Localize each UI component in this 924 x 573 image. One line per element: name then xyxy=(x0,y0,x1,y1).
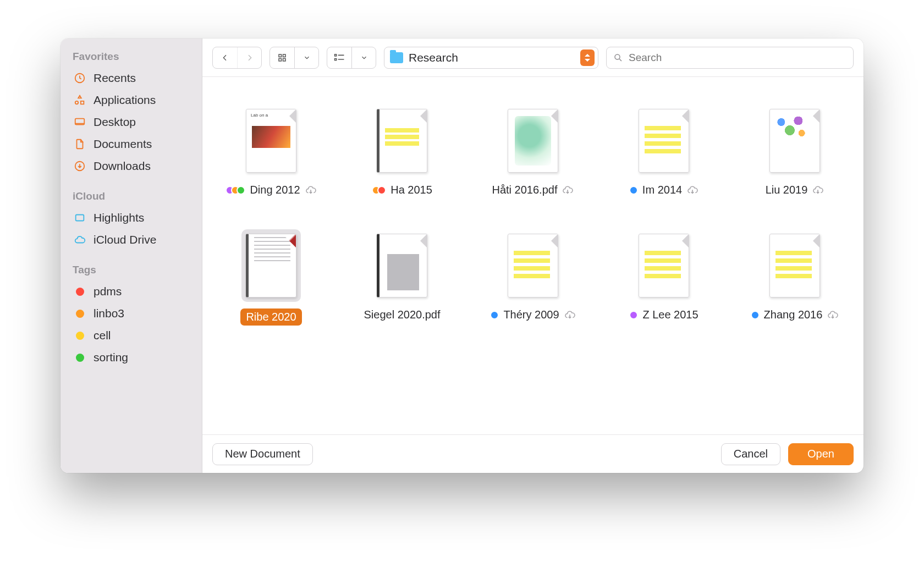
apps-icon xyxy=(73,93,87,107)
svg-rect-9 xyxy=(335,58,337,60)
sidebar-section-label: iCloud xyxy=(61,190,202,207)
sidebar-tag-linbo3[interactable]: linbo3 xyxy=(61,302,202,324)
sidebar-item-label: pdms xyxy=(94,285,122,298)
forward-button[interactable] xyxy=(237,47,261,68)
sidebar-section-icloud: iCloud Highlights iCloud Drive xyxy=(61,190,202,251)
tag-dot-icon xyxy=(73,350,87,365)
sidebar-item-highlights[interactable]: Highlights xyxy=(61,207,202,229)
back-button[interactable] xyxy=(213,47,237,68)
search-field[interactable] xyxy=(606,47,854,69)
file-name: Ding 2012 xyxy=(250,184,300,196)
sidebar-item-downloads[interactable]: Downloads xyxy=(61,155,202,177)
cloud-download-icon xyxy=(562,186,574,195)
file-label-row: Håti 2016.pdf xyxy=(492,184,574,196)
sidebar-item-label: Recents xyxy=(94,71,136,85)
svg-rect-5 xyxy=(283,54,286,57)
file-item[interactable]: Z Lee 2015 xyxy=(612,229,716,326)
file-item[interactable]: Im 2014 xyxy=(612,104,716,196)
svg-rect-8 xyxy=(335,54,337,56)
sidebar-tag-sorting[interactable]: sorting xyxy=(61,346,202,368)
file-thumbnail xyxy=(503,104,563,177)
download-icon xyxy=(73,159,87,173)
file-name: Z Lee 2015 xyxy=(642,308,698,321)
file-label-row: Im 2014 xyxy=(629,184,698,196)
tag-dot-icon xyxy=(73,306,87,321)
svg-rect-4 xyxy=(279,54,282,57)
cancel-button[interactable]: Cancel xyxy=(721,443,780,465)
clock-icon xyxy=(73,71,87,85)
cloud-download-icon xyxy=(812,186,824,195)
file-thumbnail xyxy=(634,104,694,177)
file-label-row: Zhang 2016 xyxy=(751,308,839,321)
file-open-dialog: Favorites Recents Applications Desktop D… xyxy=(61,38,864,473)
file-item[interactable]: Liu 2019 xyxy=(743,104,847,196)
file-label-row: Z Lee 2015 xyxy=(629,308,698,321)
file-item[interactable]: Zhang 2016 xyxy=(743,229,847,326)
cloud-download-icon xyxy=(686,186,698,195)
file-label-row: Ha 2015 xyxy=(372,184,432,196)
file-thumbnail xyxy=(372,229,432,302)
desktop-icon xyxy=(73,115,87,129)
sidebar-section-label: Favorites xyxy=(61,51,202,67)
sidebar-item-label: Desktop xyxy=(94,115,136,129)
file-item[interactable]: Théry 2009 xyxy=(481,229,585,326)
sidebar-item-applications[interactable]: Applications xyxy=(61,89,202,111)
file-name: Zhang 2016 xyxy=(764,308,823,321)
sidebar-item-recents[interactable]: Recents xyxy=(61,67,202,89)
file-name: Liu 2019 xyxy=(766,184,808,196)
file-item[interactable]: Håti 2016.pdf xyxy=(481,104,585,196)
search-input[interactable] xyxy=(629,52,846,64)
file-item[interactable]: Lab on aDing 2012 xyxy=(219,104,323,196)
sidebar-tag-cell[interactable]: cell xyxy=(61,324,202,346)
file-item[interactable]: Ha 2015 xyxy=(350,104,454,196)
cloud-download-icon xyxy=(827,311,839,319)
sidebar-section-label: Tags xyxy=(61,264,202,280)
sidebar-item-desktop[interactable]: Desktop xyxy=(61,111,202,133)
sidebar-item-label: Documents xyxy=(94,137,152,151)
view-grid-icon[interactable] xyxy=(270,47,294,68)
file-item[interactable]: Siegel 2020.pdf xyxy=(350,229,454,326)
sidebar-item-label: Applications xyxy=(94,93,156,107)
sidebar-item-label: iCloud Drive xyxy=(94,233,156,246)
nav-buttons xyxy=(212,47,262,69)
file-tag-dots xyxy=(751,311,760,319)
sidebar-item-label: sorting xyxy=(94,351,128,364)
file-label-row: Ribe 2020 xyxy=(240,308,301,326)
search-icon xyxy=(613,53,623,63)
chevron-down-icon[interactable] xyxy=(351,47,376,68)
tag-dot-icon xyxy=(73,328,87,343)
sidebar-item-label: cell xyxy=(94,329,111,342)
view-mode-picker[interactable] xyxy=(270,47,319,69)
folder-icon xyxy=(390,52,403,63)
file-thumbnail xyxy=(765,229,824,302)
file-thumbnail: Lab on a xyxy=(241,104,301,177)
group-mode-picker[interactable] xyxy=(327,47,376,69)
file-name: Théry 2009 xyxy=(503,308,559,321)
file-thumbnail xyxy=(503,229,563,302)
file-item[interactable]: Ribe 2020 xyxy=(219,229,323,326)
file-tag-dots xyxy=(629,311,638,319)
svg-point-10 xyxy=(615,54,620,59)
sidebar-item-icloud-drive[interactable]: iCloud Drive xyxy=(61,229,202,251)
sidebar-item-label: Downloads xyxy=(94,159,151,173)
sidebar-section-tags: Tags pdms linbo3 cell sorting xyxy=(61,264,202,368)
file-tag-dots xyxy=(226,186,245,195)
new-document-button[interactable]: New Document xyxy=(212,443,313,465)
toolbar: Research xyxy=(202,38,864,77)
path-label: Research xyxy=(409,51,575,64)
sidebar-section-favorites: Favorites Recents Applications Desktop D… xyxy=(61,51,202,177)
sidebar-item-documents[interactable]: Documents xyxy=(61,133,202,155)
file-name: Siegel 2020.pdf xyxy=(364,308,440,321)
chevron-down-icon[interactable] xyxy=(294,47,318,68)
sidebar-tag-pdms[interactable]: pdms xyxy=(61,280,202,302)
cloud-icon xyxy=(73,233,87,247)
file-tag-dots xyxy=(372,186,386,195)
path-picker[interactable]: Research xyxy=(384,47,598,69)
file-grid: Lab on aDing 2012Ha 2015Håti 2016.pdfIm … xyxy=(202,77,864,434)
cloud-download-icon xyxy=(305,186,317,195)
group-icon[interactable] xyxy=(327,47,351,68)
open-button[interactable]: Open xyxy=(788,443,854,465)
file-thumbnail xyxy=(765,104,824,177)
file-label-row: Liu 2019 xyxy=(766,184,824,196)
path-stepper-icon[interactable] xyxy=(580,49,595,66)
